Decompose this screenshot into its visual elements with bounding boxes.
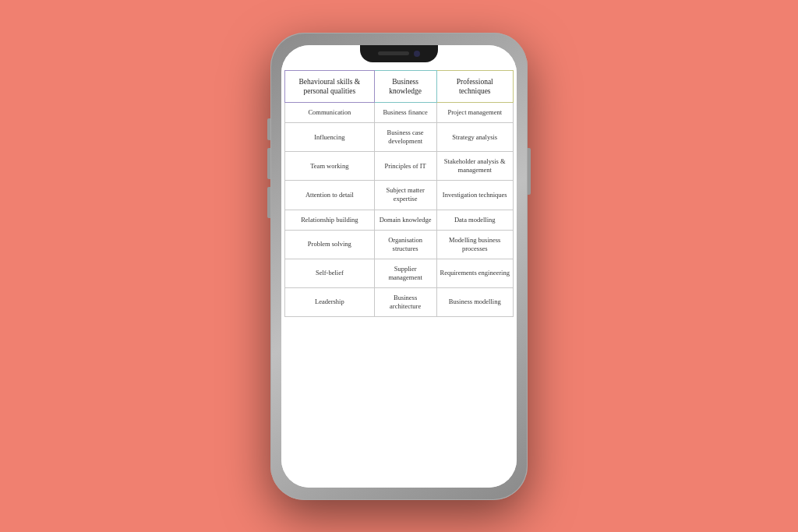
table-cell: Business modelling (436, 287, 514, 316)
table-cell: Business case development (374, 123, 436, 152)
table-cell: Subject matter expertise (374, 181, 436, 210)
table-cell: Self-belief (285, 259, 375, 287)
table-cell: Relationship building (285, 210, 375, 230)
table-cell: Problem solving (285, 230, 375, 259)
table-cell: Influencing (285, 123, 375, 152)
notch (360, 45, 438, 62)
table-cell: Project management (436, 103, 514, 123)
skills-table: Behavioural skills & personal qualities … (284, 70, 514, 317)
table-cell: Business architecture (374, 287, 436, 316)
table-container: Behavioural skills & personal qualities … (281, 67, 517, 320)
header-business: Business knowledge (374, 70, 436, 103)
table-cell: Principles of IT (374, 152, 436, 181)
table-cell: Strategy analysis (436, 123, 514, 152)
table-cell: Domain knowledge (374, 210, 436, 230)
camera (414, 51, 420, 57)
header-behavioural: Behavioural skills & personal qualities (285, 70, 375, 103)
table-row: LeadershipBusiness architectureBusiness … (285, 287, 514, 316)
table-row: Attention to detailSubject matter expert… (285, 181, 514, 210)
table-cell: Team working (285, 152, 375, 181)
table-cell: Business finance (374, 103, 436, 123)
table-cell: Supplier management (374, 259, 436, 287)
screen-content[interactable]: Behavioural skills & personal qualities … (281, 45, 517, 488)
phone-device: Behavioural skills & personal qualities … (270, 33, 528, 500)
table-cell: Modelling business processes (436, 230, 514, 259)
table-cell: Data modelling (436, 210, 514, 230)
table-cell: Stakeholder analysis & management (436, 152, 514, 181)
table-row: Problem solvingOrganisation structuresMo… (285, 230, 514, 259)
table-cell: Attention to detail (285, 181, 375, 210)
header-professional: Professional techniques (436, 70, 514, 103)
volume-down-button (267, 148, 270, 179)
table-row: Relationship buildingDomain knowledgeDat… (285, 210, 514, 230)
volume-up-button (267, 118, 270, 140)
speaker (378, 51, 409, 55)
silent-switch (267, 187, 270, 218)
table-cell: Communication (285, 103, 375, 123)
phone-screen: Behavioural skills & personal qualities … (281, 45, 517, 488)
table-row: InfluencingBusiness case developmentStra… (285, 123, 514, 152)
table-cell: Requirements engineering (436, 259, 514, 287)
table-row: CommunicationBusiness financeProject man… (285, 103, 514, 123)
table-cell: Investigation techniques (436, 181, 514, 210)
table-cell: Organisation structures (374, 230, 436, 259)
table-row: Self-beliefSupplier managementRequiremen… (285, 259, 514, 287)
power-button (528, 148, 531, 195)
table-cell: Leadership (285, 287, 375, 316)
table-row: Team workingPrinciples of ITStakeholder … (285, 152, 514, 181)
